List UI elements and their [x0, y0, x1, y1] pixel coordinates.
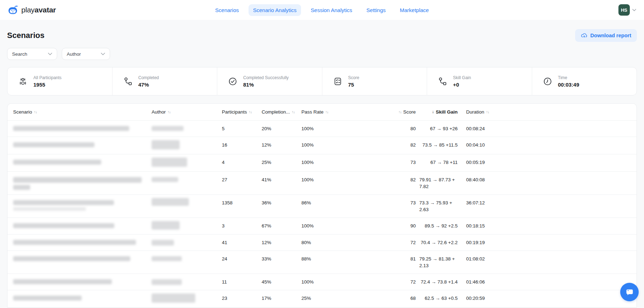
scenario-cell — [13, 199, 152, 211]
column-header-score[interactable]: ↑↓Score — [376, 109, 416, 115]
completion-cell: 12% — [262, 239, 301, 246]
stat-skill-gain: Skill Gain+0 — [427, 67, 532, 95]
chat-fab[interactable] — [620, 283, 639, 301]
participants-cell: 41 — [222, 239, 262, 246]
scenario-cell — [13, 159, 152, 165]
pass-rate-cell: 100% — [301, 176, 376, 183]
author-cell — [152, 176, 222, 182]
stat-completed: Completed47% — [112, 67, 217, 95]
column-header-duration[interactable]: Duration↑↓ — [466, 109, 512, 115]
duration-cell: 08:40:08 — [466, 176, 512, 183]
table-row[interactable]: 135836%86%7373.3 → 75.93 + 2.6336:07:12 — [7, 194, 637, 218]
participants-cell: 24 — [222, 255, 262, 262]
stat-value: 1955 — [33, 82, 61, 88]
scenario-cell — [13, 295, 152, 301]
redacted-author-name — [152, 293, 195, 303]
author-cell — [152, 295, 222, 303]
column-header-participants[interactable]: Participants↑↓ — [222, 109, 262, 115]
score-cell: 73 — [376, 159, 416, 166]
table-row[interactable]: 2433%88%8179.25 → 81.38 + 2.1301:08:02 — [7, 251, 637, 274]
participants-cell: 3 — [222, 222, 262, 229]
nav-item-session-analytics[interactable]: Session Analytics — [306, 4, 357, 16]
nav-item-marketplace[interactable]: Marketplace — [395, 4, 433, 16]
stat-value: 47% — [138, 82, 159, 88]
page-content: Scenarios Download report Search Author — [0, 29, 644, 308]
redacted-scenario-name — [13, 279, 112, 284]
table-row[interactable]: 425%100%7367 → 78 +1100:05:19 — [7, 154, 637, 171]
search-filter-select[interactable]: Search — [7, 48, 57, 60]
main-nav: ScenariosScenario AnalyticsSession Analy… — [211, 4, 433, 16]
table-row[interactable]: 367%100%9089.5 → 92 +2.500:18:15 — [7, 218, 637, 234]
redacted-scenario-name — [13, 185, 30, 190]
duration-cell: 00:04:10 — [466, 142, 512, 148]
table-row[interactable]: 2317%25%6862.5 → 63 +0.500:20:59 — [7, 290, 637, 307]
duration-cell: 00:19:19 — [466, 239, 512, 246]
score-cell: 80 — [376, 125, 416, 132]
column-label: Pass Rate — [301, 109, 323, 115]
score-cell: 90 — [376, 222, 416, 229]
table-row[interactable]: 4112%80%7270.4 → 72.6 +2.200:19:19 — [7, 234, 637, 251]
pass-rate-cell: 100% — [301, 279, 376, 285]
column-header-author[interactable]: Author↑↓ — [152, 109, 222, 115]
redacted-scenario-name — [13, 177, 142, 183]
redacted-author-name — [152, 140, 180, 149]
pass-rate-cell: 25% — [301, 295, 376, 302]
completion-cell: 25% — [262, 159, 301, 166]
nav-item-scenario-analytics[interactable]: Scenario Analytics — [249, 4, 301, 16]
author-cell — [152, 159, 222, 167]
pass-rate-cell: 100% — [301, 222, 376, 229]
column-header-skill-gain[interactable]: ↓Skill Gain — [416, 109, 458, 115]
completion-cell: 20% — [262, 125, 301, 132]
stat-label: Skill Gain — [453, 75, 471, 80]
stat-completed-successfully: Completed Successfully81% — [217, 67, 322, 95]
table-row[interactable]: 2741%100%8279.91 → 87.73 + 7.8208:40:08 — [7, 171, 637, 194]
stat-label: All Participants — [33, 75, 61, 80]
download-report-button[interactable]: Download report — [575, 29, 637, 42]
pass-rate-cell: 100% — [301, 159, 376, 166]
score-cell: 73 — [376, 199, 416, 206]
participants-cell: 1358 — [222, 199, 262, 206]
redacted-author-name — [152, 240, 174, 246]
nav-item-scenarios[interactable]: Scenarios — [211, 4, 244, 16]
table-row[interactable]: 520%100%8067 → 93 +2600:08:24 — [7, 120, 637, 137]
redacted-author-name — [152, 279, 182, 285]
table-row[interactable]: 1145%100%7272.4 → 73.8 +1.401:46:06 — [7, 274, 637, 290]
nav-item-settings[interactable]: Settings — [362, 4, 390, 16]
brand-logo[interactable]: playavatar — [8, 5, 56, 15]
column-header-pass-rate[interactable]: Pass Rate↑↓ — [301, 109, 376, 115]
author-filter-select[interactable]: Author — [62, 48, 110, 60]
duration-cell: 01:46:06 — [466, 279, 512, 285]
scenarios-table: Scenario↑↓Author↑↓Participants↑↓Completi… — [7, 103, 637, 308]
score-cell: 81 — [376, 255, 416, 262]
user-menu[interactable]: HS — [618, 4, 636, 16]
completion-cell: 45% — [262, 279, 301, 285]
chevron-down-icon — [48, 53, 52, 55]
skill-gain-cell: 89.5 → 92 +2.5 — [416, 222, 458, 229]
participants-cell: 23 — [222, 295, 262, 302]
redacted-author-name — [152, 221, 180, 230]
page-title: Scenarios — [7, 31, 44, 40]
author-cell — [152, 239, 222, 246]
column-label: Author — [152, 109, 166, 115]
completion-cell: 36% — [262, 199, 301, 206]
duration-cell: 00:20:59 — [466, 295, 512, 302]
column-header-completion[interactable]: Completion...↑↓ — [262, 109, 301, 115]
skill-gain-cell: 67 → 78 +11 — [416, 159, 458, 166]
stat-all-participants: All Participants1955 — [7, 67, 112, 95]
redacted-scenario-name — [13, 207, 86, 211]
stat-label: Time — [558, 75, 579, 80]
stat-value: 00:03:49 — [558, 82, 579, 88]
table-row[interactable]: 1612%100%8273.5 → 85 +11.500:04:10 — [7, 137, 637, 154]
column-label: Scenario — [13, 109, 32, 115]
duration-cell: 36:07:12 — [466, 199, 512, 206]
participants-cell: 16 — [222, 142, 262, 148]
stat-label: Score — [348, 75, 359, 80]
duration-cell: 00:05:19 — [466, 159, 512, 166]
column-label: Completion... — [262, 109, 290, 115]
sort-icon: ↑↓ — [34, 109, 37, 115]
duration-cell: 01:08:02 — [466, 255, 512, 262]
column-header-scenario[interactable]: Scenario↑↓ — [13, 109, 152, 115]
participants-cell: 4 — [222, 159, 262, 166]
skill-gain-cell: 62.5 → 63 +0.5 — [416, 295, 458, 302]
scenario-cell — [13, 176, 152, 190]
